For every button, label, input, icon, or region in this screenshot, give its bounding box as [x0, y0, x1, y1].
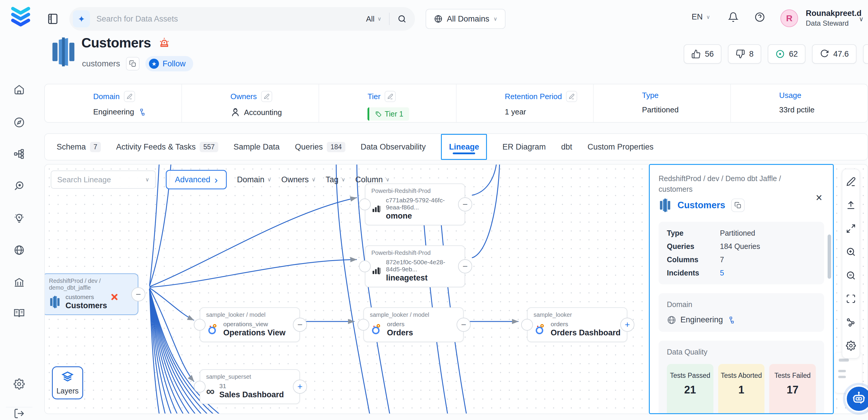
lineage-search-select[interactable]: Search Lineage ∨ — [51, 171, 156, 189]
lineage-node-orders[interactable]: sample_looker / model orders Orders − — [363, 307, 464, 342]
edit-domain-button[interactable] — [124, 91, 135, 102]
edit-retention-button[interactable] — [566, 91, 577, 102]
layers-button[interactable]: Layers — [52, 366, 83, 399]
lineage-node-operations-view[interactable]: sample_looker / model operations_view Op… — [200, 307, 300, 342]
lineage-node-lineagetest[interactable]: Powerbi-Redshift-Prod 872e1f0c-500e-4e28… — [365, 245, 465, 287]
tab-badge: 7 — [90, 142, 101, 152]
node-input-handle[interactable] — [194, 381, 206, 393]
tab-queries[interactable]: Queries184 — [295, 134, 345, 160]
advanced-filter-button[interactable]: Advanced › — [166, 170, 227, 189]
collapse-node-button[interactable]: − — [458, 259, 472, 273]
remove-node-icon[interactable] — [111, 293, 118, 301]
fit-view-button[interactable] — [845, 223, 857, 235]
redshift-service-icon — [50, 35, 77, 68]
sidebar-toggle-button[interactable] — [46, 12, 61, 26]
expand-node-button[interactable]: + — [620, 318, 634, 332]
zoom-in-button[interactable] — [845, 246, 857, 258]
sidebar-item-observability[interactable] — [6, 177, 32, 196]
panel-domain-value[interactable]: Engineering — [680, 315, 723, 324]
help-button[interactable] — [754, 12, 765, 22]
tab-schema[interactable]: Schema7 — [57, 134, 101, 160]
export-lineage-button[interactable] — [845, 199, 857, 211]
lineage-node-omone[interactable]: Powerbi-Redshift-Prod c771ab29-5792-46fc… — [365, 183, 465, 225]
tab-sample-data[interactable]: Sample Data — [234, 134, 280, 160]
upvote-button[interactable]: 56 — [684, 44, 721, 64]
sidebar-item-explore[interactable] — [6, 113, 32, 132]
edit-lineage-button[interactable] — [845, 176, 857, 187]
sidebar-item-glossary[interactable] — [6, 304, 32, 323]
collapse-node-button[interactable]: − — [293, 318, 307, 332]
lineage-node-orders-dashboard[interactable]: sample_looker orders Orders Dashboard + — [527, 307, 627, 342]
detail-incidents-link[interactable]: 5 — [720, 269, 724, 277]
node-input-handle[interactable] — [358, 319, 369, 331]
panel-breadcrumb[interactable]: RedshiftProd / dev / Demo dbt Jaffle / c… — [659, 173, 806, 195]
close-panel-button[interactable]: × — [816, 192, 822, 203]
filter-tag[interactable]: Tag∨ — [326, 175, 345, 184]
user-menu[interactable]: Rounakpreet.d Data Steward — [806, 9, 862, 27]
panel-entity-link[interactable]: Customers — [678, 200, 725, 211]
edit-tier-button[interactable] — [384, 91, 396, 102]
compass-icon — [13, 117, 25, 128]
tab-data-observability[interactable]: Data Observability — [361, 134, 426, 160]
downvote-button[interactable]: 8 — [728, 44, 761, 64]
expand-node-button[interactable]: + — [293, 380, 307, 394]
tab-er-diagram[interactable]: ER Diagram — [502, 134, 546, 160]
all-domains-selector[interactable]: All Domains ∨ — [426, 9, 505, 29]
sidebar-item-logout[interactable] — [6, 404, 32, 420]
looker-icon — [533, 323, 546, 335]
copy-name-button[interactable] — [126, 57, 140, 70]
lineage-config-button[interactable] — [845, 317, 857, 328]
usage-score-button[interactable]: 47.6 — [812, 44, 857, 64]
sidebar-item-home[interactable] — [6, 80, 32, 99]
owners-value[interactable]: Accounting — [244, 108, 282, 117]
tests-aborted-tile[interactable]: Tests Aborted 1 — [718, 364, 765, 414]
filter-domain[interactable]: Domain∨ — [237, 175, 271, 184]
node-input-handle[interactable] — [359, 261, 371, 272]
node-input-handle[interactable] — [521, 319, 533, 331]
more-actions-button[interactable]: ⋮ — [863, 44, 868, 64]
ai-sparkle-button[interactable]: ✦ — [73, 10, 90, 27]
user-avatar[interactable]: R — [780, 9, 798, 27]
lineage-node-sales-dashboard[interactable]: sample_superset ∞ 31 Sales Dashboard + — [200, 369, 300, 404]
tab-activity-feeds[interactable]: Activity Feeds & Tasks557 — [116, 134, 218, 160]
node-input-handle[interactable] — [359, 199, 371, 210]
sidebar-item-insights[interactable] — [6, 209, 32, 228]
copy-fqn-button[interactable] — [731, 199, 745, 212]
edit-owners-button[interactable] — [261, 91, 272, 102]
tab-dbt[interactable]: dbt — [561, 134, 572, 160]
collapse-node-button[interactable]: − — [458, 197, 472, 211]
sidebar-item-govern[interactable] — [6, 273, 32, 292]
tests-passed-tile[interactable]: Tests Passed 21 — [667, 364, 713, 414]
collapse-node-button[interactable]: − — [131, 287, 146, 301]
collapse-node-button[interactable]: − — [457, 318, 471, 332]
avatar-initial: R — [786, 13, 793, 23]
export-icon — [846, 200, 856, 210]
panel-scrollbar[interactable] — [828, 235, 831, 279]
node-input-handle[interactable] — [194, 319, 206, 331]
language-selector[interactable]: EN ∨ — [692, 12, 710, 22]
sidebar-item-lineage[interactable] — [6, 145, 32, 163]
domain-value[interactable]: Engineering — [93, 107, 134, 117]
zoom-out-button[interactable] — [845, 270, 857, 281]
sidebar-item-domains[interactable] — [6, 241, 32, 260]
filter-column[interactable]: Column∨ — [355, 175, 390, 184]
info-type: Type Partitioned — [594, 84, 731, 122]
search-scope-dropdown[interactable]: All ∨ — [366, 14, 381, 24]
sidebar-item-settings[interactable] — [6, 374, 32, 393]
lineage-settings-button[interactable] — [845, 340, 857, 352]
tab-lineage[interactable]: Lineage — [441, 134, 487, 160]
collate-logo[interactable] — [9, 4, 32, 28]
search-icon[interactable] — [397, 14, 407, 24]
follow-button[interactable]: ★ Follow — [146, 56, 193, 71]
tier-badge[interactable]: Tier 1 — [368, 107, 409, 121]
tab-custom-properties[interactable]: Custom Properties — [588, 134, 654, 160]
quality-score-button[interactable]: 62 — [768, 44, 805, 64]
tests-failed-tile[interactable]: Tests Failed 17 — [769, 364, 816, 414]
filter-owners[interactable]: Owners∨ — [281, 175, 316, 184]
notifications-button[interactable] — [728, 12, 739, 22]
lineage-node-customers[interactable]: RedshiftProd / dev / demo_dbt_jaffle cus… — [44, 273, 138, 315]
search-input[interactable] — [96, 14, 366, 24]
fullscreen-button[interactable] — [845, 293, 857, 305]
type-value: Partitioned — [642, 105, 679, 115]
node-sub: 31 — [219, 383, 284, 390]
